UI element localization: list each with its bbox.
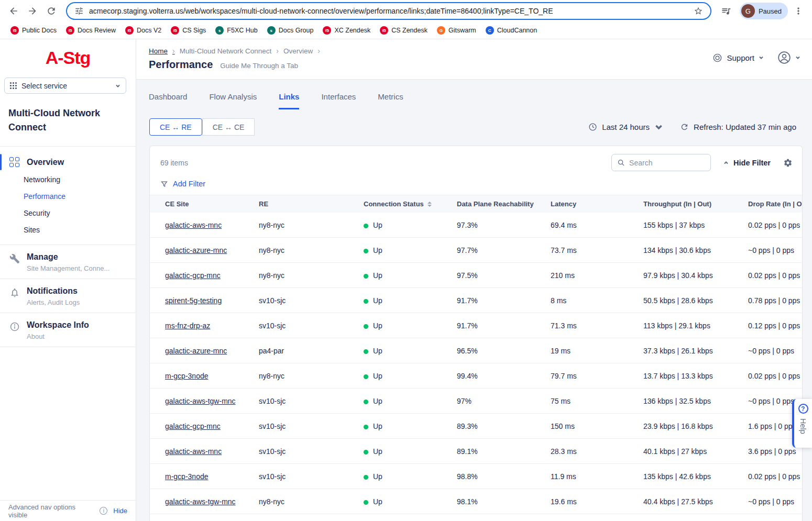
table-row[interactable]: galactic-gcp-mnc sv10-sjc Up 89.3% 150 m… — [150, 414, 802, 439]
ce-site-link[interactable]: galactic-aws-mnc — [165, 221, 222, 229]
column-header[interactable]: Latency — [551, 200, 643, 208]
throughput-cell: 23.9 kbps | 16.8 kbps — [643, 422, 748, 430]
sidebar-subitem[interactable]: Sites — [0, 221, 136, 238]
status-up-dot — [364, 450, 368, 455]
ce-site-link[interactable]: ms-fnz-drp-az — [165, 322, 210, 330]
table-row[interactable]: galactic-gcp-mnc ny8-nyc Up 97.5% 210 ms… — [150, 263, 802, 288]
table-row[interactable]: galactic-aws-mnc ny8-nyc Up 97.3% 69.4 m… — [150, 213, 802, 238]
ce-site-link[interactable]: galactic-azure-mnc — [165, 246, 227, 254]
user-menu[interactable] — [777, 51, 800, 64]
tab-item[interactable]: Flow Analysis — [209, 92, 257, 109]
sidebar-subitem[interactable]: Security — [0, 205, 136, 221]
drop-rate-cell: 0.02 pps | 0 pps — [748, 372, 802, 380]
bookmark-item[interactable]: G Gitswarm — [433, 24, 480, 37]
browser-toolbar: acmecorp.staging.volterra.us/web/workspa… — [0, 0, 812, 22]
url-text[interactable]: acmecorp.staging.volterra.us/web/workspa… — [89, 7, 688, 15]
column-header[interactable]: Throughput (In | Out) — [643, 200, 748, 208]
hide-filter-button[interactable]: Hide Filter — [723, 159, 771, 167]
link-type-option[interactable]: CE ↔ RE — [149, 118, 202, 136]
drop-rate-cell: 0.02 pps | 0 pps — [748, 271, 802, 280]
drop-rate-cell: 0.02 pps | 0 pps — [748, 472, 802, 481]
table-row[interactable]: galactic-azure-mnc ny8-nyc Up 97.7% 73.7… — [150, 238, 802, 263]
ce-site-link[interactable]: spirent-5g-testing — [165, 296, 222, 305]
table-row[interactable]: galactic-aws-tgw-mnc sv10-sjc Up 97% 75 … — [150, 389, 802, 414]
bookmark-item[interactable]: f5 Docs Review — [62, 24, 120, 37]
bookmark-item[interactable]: f5 CS Zendesk — [376, 24, 432, 37]
bookmarks-bar: f5 Public Docs f5 Docs Review f5 Docs V2… — [0, 22, 812, 39]
ce-site-link[interactable]: m-gcp-3node — [165, 472, 209, 481]
drop-rate-cell: 0.78 pps | 0 pps — [748, 296, 802, 305]
column-header[interactable]: Drop Rate (In | Out) — [748, 200, 802, 208]
connection-status-cell: Up — [364, 221, 457, 229]
tab-item[interactable]: Links — [279, 92, 299, 109]
table-row[interactable]: ms-fnz-drp-az sv10-sjc Up 91.7% 71.3 ms … — [150, 313, 802, 338]
search-input[interactable] — [629, 159, 705, 167]
bookmark-item[interactable]: C CloudCannon — [481, 24, 541, 37]
bookmark-item[interactable]: f5 CS Sigs — [167, 24, 210, 37]
table-row[interactable]: galactic-aws-mnc sv10-sjc Up 89.1% 28.3 … — [150, 439, 802, 464]
sidebar-item-workspace-info[interactable]: Workspace Info About — [0, 313, 136, 347]
bookmark-item[interactable]: f5 Public Docs — [6, 24, 61, 37]
gear-icon — [783, 158, 793, 168]
bookmark-star-icon[interactable] — [694, 6, 703, 16]
sidebar-item-notifications[interactable]: Notifications Alerts, Audit Logs — [0, 279, 136, 313]
support-menu[interactable]: Support — [712, 53, 764, 63]
breadcrumb-item[interactable]: Overview — [283, 47, 320, 55]
sidebar-subitem[interactable]: Performance — [0, 188, 136, 205]
refresh-button[interactable]: Refresh: Updated 37 min ago — [680, 123, 796, 131]
ce-site-link[interactable]: galactic-aws-tgw-mnc — [165, 397, 236, 405]
sort-icon[interactable] — [427, 202, 432, 207]
ce-site-link[interactable]: galactic-aws-mnc — [165, 447, 222, 456]
help-widget[interactable]: ? Help — [792, 399, 812, 448]
select-service-dropdown[interactable]: Select service — [4, 77, 126, 94]
time-range-selector[interactable]: Last 24 hours — [588, 123, 663, 131]
ce-site-link[interactable]: m-gcp-3node — [165, 372, 209, 380]
throughput-cell: 135 kbps | 42.6 kbps — [643, 472, 748, 481]
tab-bar: Dashboard Flow Analysis Links Interfaces… — [136, 80, 812, 109]
column-header[interactable]: Data Plane Reachability — [457, 200, 551, 208]
sidebar-subitem[interactable]: Networking — [0, 171, 136, 188]
tab-item[interactable]: Interfaces — [321, 92, 356, 109]
table-row[interactable]: galactic-azure-mnc pa4-par Up 96.5% 19 m… — [150, 338, 802, 363]
hide-advanced-nav-link[interactable]: Hide — [113, 507, 127, 515]
breadcrumb-item[interactable]: Multi-Cloud Network Connect — [180, 47, 279, 55]
page-title: Performance — [149, 59, 213, 71]
status-up-dot — [364, 500, 368, 505]
sidebar-item-overview[interactable]: Overview — [0, 153, 136, 171]
tab-item[interactable]: Metrics — [378, 92, 403, 109]
tab-item[interactable]: Dashboard — [149, 92, 187, 109]
link-type-option[interactable]: CE ↔ CE — [202, 118, 255, 136]
ce-site-link[interactable]: galactic-azure-mnc — [165, 347, 227, 355]
throughput-cell: 40.1 kbps | 27 kbps — [643, 447, 748, 456]
search-box[interactable] — [611, 154, 711, 171]
bookmark-item[interactable]: f5 XC Zendesk — [319, 24, 375, 37]
browser-menu-icon[interactable] — [790, 3, 807, 19]
table-row[interactable]: m-gcp-3node ny8-nyc Up 99.4% 79.7 ms 13.… — [150, 363, 802, 389]
browser-profile-chip[interactable]: G Paused — [740, 3, 788, 19]
add-filter-button[interactable]: Add Filter — [150, 171, 802, 195]
breadcrumb-item[interactable]: Home — [149, 47, 175, 55]
guide-me-link[interactable]: Guide Me Through a Tab — [220, 62, 298, 70]
reachability-cell: 98.1% — [457, 497, 551, 506]
back-icon[interactable] — [5, 3, 22, 19]
forward-icon[interactable] — [24, 3, 41, 19]
ce-site-link[interactable]: galactic-aws-tgw-mnc — [165, 497, 236, 506]
ce-site-link[interactable]: galactic-gcp-mnc — [165, 271, 221, 280]
table-settings-button[interactable] — [783, 158, 793, 168]
table-row[interactable]: galactic-aws-tgw-mnc ny8-nyc Up 98.1% 19… — [150, 489, 802, 514]
table-row[interactable]: m-gcp-3node sv10-sjc Up 98.8% 11.9 ms 13… — [150, 464, 802, 489]
chevron-down-icon — [759, 55, 764, 60]
media-controls-icon[interactable] — [718, 3, 734, 19]
bookmark-item[interactable]: f5 Docs V2 — [121, 24, 166, 37]
ce-site-link[interactable]: galactic-gcp-mnc — [165, 422, 221, 430]
chevron-down-icon — [654, 123, 663, 131]
table-row[interactable]: spirent-5g-testing sv10-sjc Up 91.7% 8 m… — [150, 288, 802, 313]
url-bar[interactable]: acmecorp.staging.volterra.us/web/workspa… — [66, 2, 711, 20]
reload-icon[interactable] — [43, 3, 60, 19]
column-header[interactable]: Connection Status — [364, 200, 457, 208]
bookmark-item[interactable]: s F5XC Hub — [211, 24, 261, 37]
column-header[interactable]: RE — [259, 200, 364, 208]
sidebar-item-manage[interactable]: Manage Site Management, Conne... — [0, 245, 136, 279]
column-header[interactable]: CE Site — [165, 200, 259, 208]
bookmark-item[interactable]: s Docs Group — [263, 24, 318, 37]
